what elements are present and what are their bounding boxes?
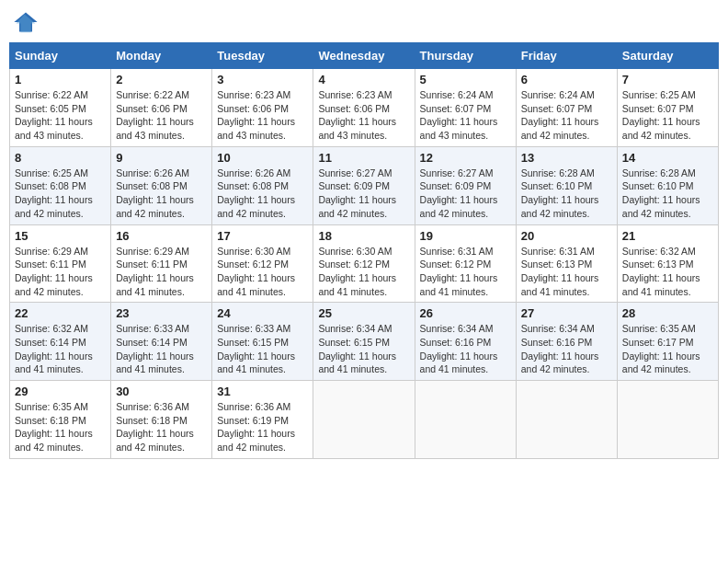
calendar-cell: 4 Sunrise: 6:23 AMSunset: 6:06 PMDayligh… <box>313 69 415 147</box>
calendar-cell: 6 Sunrise: 6:24 AMSunset: 6:07 PMDayligh… <box>516 69 617 147</box>
calendar-cell: 2 Sunrise: 6:22 AMSunset: 6:06 PMDayligh… <box>111 69 212 147</box>
cell-info: Sunrise: 6:35 AMSunset: 6:18 PMDaylight:… <box>15 401 93 453</box>
calendar-cell: 5 Sunrise: 6:24 AMSunset: 6:07 PMDayligh… <box>415 69 516 147</box>
cell-info: Sunrise: 6:25 AMSunset: 6:07 PMDaylight:… <box>622 89 700 141</box>
day-number: 12 <box>420 151 511 165</box>
day-number: 19 <box>420 229 511 243</box>
calendar-week-row: 8 Sunrise: 6:25 AMSunset: 6:08 PMDayligh… <box>10 146 719 224</box>
day-number: 10 <box>217 151 308 165</box>
cell-info: Sunrise: 6:25 AMSunset: 6:08 PMDaylight:… <box>15 167 93 219</box>
calendar-cell: 22 Sunrise: 6:32 AMSunset: 6:14 PMDaylig… <box>10 303 111 381</box>
calendar-cell: 26 Sunrise: 6:34 AMSunset: 6:16 PMDaylig… <box>415 303 516 381</box>
day-number: 30 <box>116 385 207 398</box>
cell-info: Sunrise: 6:34 AMSunset: 6:16 PMDaylight:… <box>420 323 498 374</box>
calendar-table: SundayMondayTuesdayWednesdayThursdayFrid… <box>9 42 719 459</box>
day-number: 15 <box>15 229 106 243</box>
day-number: 1 <box>15 73 106 86</box>
cell-info: Sunrise: 6:24 AMSunset: 6:07 PMDaylight:… <box>420 89 498 141</box>
calendar-week-row: 22 Sunrise: 6:32 AMSunset: 6:14 PMDaylig… <box>10 303 719 381</box>
calendar-cell: 21 Sunrise: 6:32 AMSunset: 6:13 PMDaylig… <box>617 224 718 303</box>
cell-info: Sunrise: 6:32 AMSunset: 6:13 PMDaylight:… <box>622 246 700 297</box>
day-number: 9 <box>116 151 207 165</box>
cell-info: Sunrise: 6:28 AMSunset: 6:10 PMDaylight:… <box>521 167 599 219</box>
day-number: 23 <box>116 306 207 320</box>
calendar-cell: 11 Sunrise: 6:27 AMSunset: 6:09 PMDaylig… <box>313 146 415 224</box>
weekday-header-friday: Friday <box>516 43 617 69</box>
day-number: 24 <box>217 306 308 320</box>
cell-info: Sunrise: 6:35 AMSunset: 6:17 PMDaylight:… <box>622 323 700 374</box>
cell-info: Sunrise: 6:26 AMSunset: 6:08 PMDaylight:… <box>116 167 194 219</box>
calendar-cell: 24 Sunrise: 6:33 AMSunset: 6:15 PMDaylig… <box>212 303 313 381</box>
cell-info: Sunrise: 6:36 AMSunset: 6:18 PMDaylight:… <box>116 401 194 453</box>
day-number: 22 <box>15 306 106 320</box>
cell-info: Sunrise: 6:26 AMSunset: 6:08 PMDaylight:… <box>217 167 295 219</box>
cell-info: Sunrise: 6:29 AMSunset: 6:11 PMDaylight:… <box>116 246 194 297</box>
day-number: 20 <box>521 229 612 243</box>
cell-info: Sunrise: 6:24 AMSunset: 6:07 PMDaylight:… <box>521 89 599 141</box>
cell-info: Sunrise: 6:27 AMSunset: 6:09 PMDaylight:… <box>318 167 396 219</box>
calendar-cell: 17 Sunrise: 6:30 AMSunset: 6:12 PMDaylig… <box>212 224 313 303</box>
cell-info: Sunrise: 6:31 AMSunset: 6:12 PMDaylight:… <box>420 246 498 297</box>
calendar-week-row: 29 Sunrise: 6:35 AMSunset: 6:18 PMDaylig… <box>10 381 719 459</box>
calendar-cell: 18 Sunrise: 6:30 AMSunset: 6:12 PMDaylig… <box>313 224 415 303</box>
day-number: 11 <box>318 151 409 165</box>
cell-info: Sunrise: 6:22 AMSunset: 6:05 PMDaylight:… <box>15 89 93 141</box>
calendar-cell: 10 Sunrise: 6:26 AMSunset: 6:08 PMDaylig… <box>212 146 313 224</box>
day-number: 27 <box>521 306 612 320</box>
cell-info: Sunrise: 6:34 AMSunset: 6:16 PMDaylight:… <box>521 323 599 374</box>
calendar-cell: 8 Sunrise: 6:25 AMSunset: 6:08 PMDayligh… <box>10 146 111 224</box>
calendar-cell: 28 Sunrise: 6:35 AMSunset: 6:17 PMDaylig… <box>617 303 718 381</box>
weekday-header-saturday: Saturday <box>617 43 718 69</box>
day-number: 31 <box>217 385 308 398</box>
calendar-cell: 20 Sunrise: 6:31 AMSunset: 6:13 PMDaylig… <box>516 224 617 303</box>
cell-info: Sunrise: 6:33 AMSunset: 6:14 PMDaylight:… <box>116 323 194 374</box>
calendar-cell <box>313 381 415 459</box>
cell-info: Sunrise: 6:33 AMSunset: 6:15 PMDaylight:… <box>217 323 295 374</box>
calendar-cell: 13 Sunrise: 6:28 AMSunset: 6:10 PMDaylig… <box>516 146 617 224</box>
calendar-cell: 25 Sunrise: 6:34 AMSunset: 6:15 PMDaylig… <box>313 303 415 381</box>
calendar-cell: 7 Sunrise: 6:25 AMSunset: 6:07 PMDayligh… <box>617 69 718 147</box>
calendar-cell: 30 Sunrise: 6:36 AMSunset: 6:18 PMDaylig… <box>111 381 212 459</box>
header <box>9 9 719 35</box>
calendar-cell: 3 Sunrise: 6:23 AMSunset: 6:06 PMDayligh… <box>212 69 313 147</box>
weekday-header-tuesday: Tuesday <box>212 43 313 69</box>
day-number: 2 <box>116 73 207 86</box>
cell-info: Sunrise: 6:30 AMSunset: 6:12 PMDaylight:… <box>217 246 295 297</box>
calendar-cell: 23 Sunrise: 6:33 AMSunset: 6:14 PMDaylig… <box>111 303 212 381</box>
cell-info: Sunrise: 6:36 AMSunset: 6:19 PMDaylight:… <box>217 401 295 453</box>
day-number: 18 <box>318 229 409 243</box>
day-number: 14 <box>622 151 713 165</box>
day-number: 5 <box>420 73 511 86</box>
day-number: 25 <box>318 306 409 320</box>
day-number: 26 <box>420 306 511 320</box>
calendar-cell <box>516 381 617 459</box>
calendar-cell: 16 Sunrise: 6:29 AMSunset: 6:11 PMDaylig… <box>111 224 212 303</box>
cell-info: Sunrise: 6:34 AMSunset: 6:15 PMDaylight:… <box>318 323 396 374</box>
cell-info: Sunrise: 6:22 AMSunset: 6:06 PMDaylight:… <box>116 89 194 141</box>
calendar-cell: 15 Sunrise: 6:29 AMSunset: 6:11 PMDaylig… <box>10 224 111 303</box>
logo <box>13 9 42 35</box>
cell-info: Sunrise: 6:31 AMSunset: 6:13 PMDaylight:… <box>521 246 599 297</box>
calendar-cell: 1 Sunrise: 6:22 AMSunset: 6:05 PMDayligh… <box>10 69 111 147</box>
calendar-cell: 12 Sunrise: 6:27 AMSunset: 6:09 PMDaylig… <box>415 146 516 224</box>
day-number: 17 <box>217 229 308 243</box>
cell-info: Sunrise: 6:23 AMSunset: 6:06 PMDaylight:… <box>217 89 295 141</box>
calendar-cell <box>415 381 516 459</box>
calendar-cell: 9 Sunrise: 6:26 AMSunset: 6:08 PMDayligh… <box>111 146 212 224</box>
calendar-cell: 29 Sunrise: 6:35 AMSunset: 6:18 PMDaylig… <box>10 381 111 459</box>
calendar-cell: 27 Sunrise: 6:34 AMSunset: 6:16 PMDaylig… <box>516 303 617 381</box>
day-number: 4 <box>318 73 409 86</box>
day-number: 7 <box>622 73 713 86</box>
calendar-cell: 19 Sunrise: 6:31 AMSunset: 6:12 PMDaylig… <box>415 224 516 303</box>
day-number: 28 <box>622 306 713 320</box>
day-number: 21 <box>622 229 713 243</box>
cell-info: Sunrise: 6:28 AMSunset: 6:10 PMDaylight:… <box>622 167 700 219</box>
cell-info: Sunrise: 6:30 AMSunset: 6:12 PMDaylight:… <box>318 246 396 297</box>
weekday-header-monday: Monday <box>111 43 212 69</box>
day-number: 8 <box>15 151 106 165</box>
cell-info: Sunrise: 6:27 AMSunset: 6:09 PMDaylight:… <box>420 167 498 219</box>
cell-info: Sunrise: 6:23 AMSunset: 6:06 PMDaylight:… <box>318 89 396 141</box>
day-number: 6 <box>521 73 612 86</box>
weekday-header-thursday: Thursday <box>415 43 516 69</box>
calendar-week-row: 1 Sunrise: 6:22 AMSunset: 6:05 PMDayligh… <box>10 69 719 147</box>
